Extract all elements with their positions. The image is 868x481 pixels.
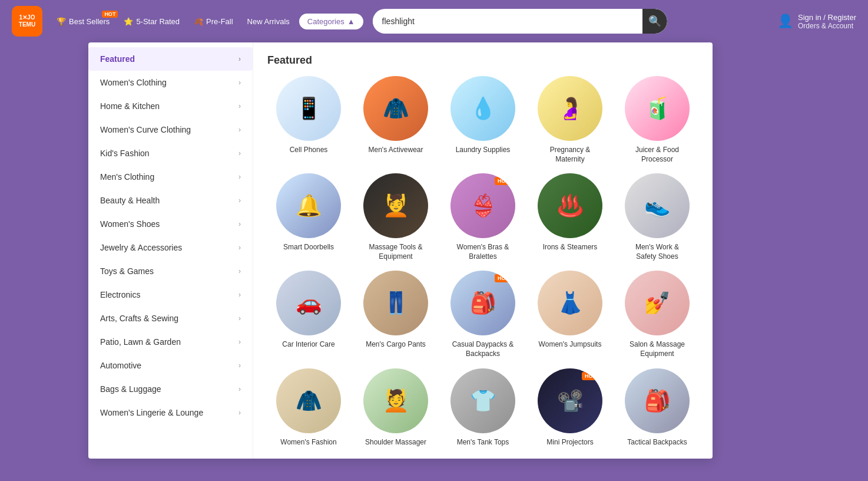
chevron-right-icon: › [238,196,241,205]
category-item[interactable]: 👟Men's Work & Safety Shoes [616,173,698,261]
chevron-right-icon: › [238,385,241,393]
category-icon: 🔔 [276,173,341,238]
category-image: 🚗 [276,271,341,335]
orders-label: Orders & Account [798,22,856,30]
category-image: 👟 [625,173,690,238]
category-item[interactable]: 🤰Pregnancy & Maternity [529,76,611,164]
sidebar-item-kids-fashion[interactable]: Kid's Fashion › [88,141,253,165]
category-item[interactable]: 👗Women's Jumpsuits [529,271,611,358]
category-label: Shoulder Massager [365,438,426,447]
sidebar-beauty-health-label: Beauty & Health [100,196,160,205]
sidebar-item-mens-clothing[interactable]: Men's Clothing › [88,165,253,189]
new-arrivals-label: New Arrivals [247,17,290,26]
category-icon: 👟 [625,173,690,238]
category-image: 💧 [450,76,515,141]
sidebar-item-lingerie[interactable]: Women's Lingerie & Lounge › [88,401,253,424]
categories-sidebar: Featured › Women's Clothing › Home & Kit… [88,42,253,459]
category-item[interactable]: 💆Massage Tools & Equipment [355,173,437,261]
chevron-right-icon: › [238,243,241,252]
category-item[interactable]: HOT👙Women's Bras & Bralettes [442,173,524,261]
sidebar-item-toys-games[interactable]: Toys & Games › [88,259,253,283]
chevron-right-icon: › [238,220,241,228]
nav-new-arrivals[interactable]: New Arrivals [243,14,294,29]
category-item[interactable]: 🎒Tactical Backpacks [616,368,698,447]
chevron-right-icon: › [238,55,241,63]
search-input[interactable] [373,11,642,32]
category-image: 🔔 [276,173,341,238]
category-item[interactable]: HOT📽️Mini Projectors [529,368,611,447]
category-label: Cell Phones [290,146,328,155]
category-item[interactable]: 💆Shoulder Massager [355,368,437,447]
sidebar-item-womens-clothing[interactable]: Women's Clothing › [88,71,253,94]
sidebar-item-beauty-health[interactable]: Beauty & Health › [88,189,253,212]
nav-items: 🏆 Best Sellers HOT ⭐ 5-Star Rated 🍂 Pre-… [52,14,363,29]
category-image: 🧥 [276,368,341,433]
nav-pre-fall[interactable]: 🍂 Pre-Fall [189,14,238,29]
category-label: Men's Tank Tops [457,438,509,447]
category-label: Laundry Supplies [456,146,511,155]
category-item[interactable]: 🧃Juicer & Food Processor [616,76,698,164]
category-icon: 🧃 [625,76,690,141]
account-area[interactable]: 👤 Sign in / Register Orders & Account [777,13,856,30]
category-item[interactable]: 👕Men's Tank Tops [442,368,524,447]
category-item[interactable]: 💧Laundry Supplies [442,76,524,164]
category-label: Women's Jumpsuits [539,340,602,350]
nav-categories[interactable]: Categories ▲ [299,14,363,29]
category-icon: 🎒 [625,368,690,433]
category-item[interactable]: 🧥Men's Activewear [355,76,437,164]
account-text: Sign in / Register Orders & Account [798,13,856,30]
sidebar-toys-games-label: Toys & Games [100,266,154,276]
category-icon: 🧥 [363,76,428,141]
category-image: HOT🎒 [450,271,515,335]
chevron-right-icon: › [238,338,241,346]
category-item[interactable]: 🔔Smart Doorbells [267,173,350,261]
category-icon: 🧥 [276,368,341,433]
chevron-right-icon: › [238,361,241,370]
category-item[interactable]: 📱Cell Phones [267,76,350,164]
sign-in-label: Sign in / Register [798,13,856,22]
category-item[interactable]: 💅Salon & Massage Equipment [616,271,698,358]
category-item[interactable]: HOT🎒Casual Daypacks & Backpacks [442,271,524,358]
sidebar-arts-crafts-label: Arts, Crafts & Sewing [100,314,178,323]
category-item[interactable]: 👖Men's Cargo Pants [355,271,437,358]
category-item[interactable]: ♨️Irons & Steamers [529,173,611,261]
header: 1✕JOTEMU 🏆 Best Sellers HOT ⭐ 5-Star Rat… [0,0,868,42]
category-image: 💅 [625,271,690,335]
categories-chevron-icon: ▲ [347,17,355,26]
sidebar-item-arts-crafts[interactable]: Arts, Crafts & Sewing › [88,307,253,330]
sidebar-item-featured[interactable]: Featured › [88,47,253,71]
sidebar-item-patio[interactable]: Patio, Lawn & Garden › [88,330,253,354]
categories-grid: 📱Cell Phones🧥Men's Activewear💧Laundry Su… [267,76,698,447]
sidebar-womens-shoes-label: Women's Shoes [100,219,160,229]
categories-dropdown: Featured › Women's Clothing › Home & Kit… [88,42,713,459]
sidebar-item-bags-luggage[interactable]: Bags & Luggage › [88,377,253,401]
hot-badge: HOT [102,11,118,18]
pre-fall-label: Pre-Fall [206,17,233,26]
category-icon: 💧 [450,76,515,141]
category-item[interactable]: 🧥Women's Fashion [267,368,350,447]
category-item[interactable]: 🚗Car Interior Care [267,271,350,358]
sidebar-home-kitchen-label: Home & Kitchen [100,101,160,111]
sidebar-automotive-label: Automotive [100,361,141,370]
category-image: 🧥 [363,76,428,141]
nav-best-sellers-wrap: 🏆 Best Sellers HOT [52,14,114,29]
category-image: 📱 [276,76,341,141]
sidebar-item-electronics[interactable]: Electronics › [88,283,253,307]
sidebar-item-womens-shoes[interactable]: Women's Shoes › [88,212,253,236]
sidebar-lingerie-label: Women's Lingerie & Lounge [100,408,203,417]
sidebar-item-womens-curve[interactable]: Women's Curve Clothing › [88,118,253,141]
chevron-right-icon: › [238,314,241,322]
sidebar-item-jewelry[interactable]: Jewelry & Accessories › [88,236,253,259]
category-icon: 🚗 [276,271,341,335]
category-icon: ♨️ [538,173,602,238]
logo[interactable]: 1✕JOTEMU [12,6,42,37]
pre-fall-icon: 🍂 [194,17,203,26]
chevron-right-icon: › [238,149,241,157]
search-button[interactable]: 🔍 [642,9,667,34]
sidebar-item-automotive[interactable]: Automotive › [88,354,253,377]
category-icon: 🤰 [538,76,602,141]
sidebar-item-home-kitchen[interactable]: Home & Kitchen › [88,94,253,118]
nav-five-star[interactable]: ⭐ 5-Star Rated [119,14,184,29]
category-label: Car Interior Care [282,340,334,350]
chevron-right-icon: › [238,78,241,87]
